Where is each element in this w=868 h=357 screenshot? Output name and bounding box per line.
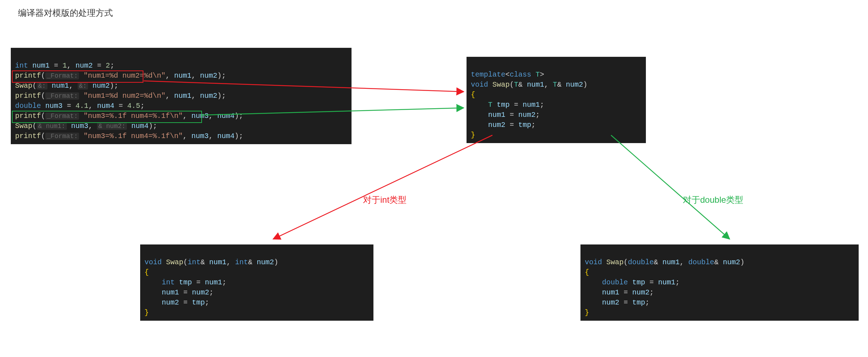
param-hint: &:	[37, 82, 47, 90]
arrow-template-to-double	[611, 135, 730, 239]
param-hint: _Format:	[45, 72, 79, 79]
keyword-double: double	[15, 102, 45, 110]
code-block-int: void Swap(int& num1, int& num2) { int tm…	[140, 244, 373, 321]
arrow-template-to-int	[273, 135, 492, 239]
annotation-int: 对于int类型	[363, 194, 407, 206]
keyword-int: int	[15, 61, 32, 70]
heading-title: 编译器对模版的处理方式	[18, 7, 113, 19]
code-block-usage: int num1 = 1, num2 = 2; printf(_Format: …	[11, 48, 352, 144]
fn-printf: printf	[15, 72, 41, 80]
code-block-double: void Swap(double& num1, double& num2) { …	[580, 244, 859, 321]
annotation-double: 对于double类型	[683, 194, 743, 206]
code-block-template: template<class T> void Swap(T& num1, T& …	[467, 57, 646, 143]
fn-swap-int: Swap	[15, 82, 32, 90]
fn-swap-double: Swap	[15, 122, 32, 130]
param-hint: &:	[78, 82, 88, 90]
